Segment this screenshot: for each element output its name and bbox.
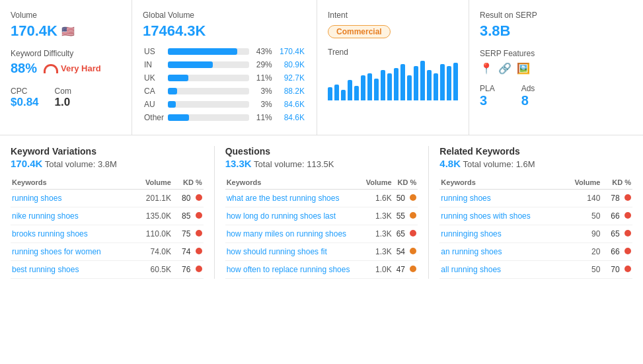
cpc-value: $0.84 [11,96,39,108]
table-row: all running shoes 50 70 [439,261,632,279]
kw-link[interactable]: best running shoes [12,265,79,274]
kw-link[interactable]: running shoes for women [12,247,101,256]
top-section: Volume 170.4K 🇺🇸 Keyword Difficulty 88% … [0,0,643,135]
rk-col-kd: KD % [601,176,632,190]
kw-cell[interactable]: running shoes for women [11,243,134,261]
country-bar [167,71,251,85]
country-bar [167,85,251,98]
vol-cell: 1.3K [362,207,393,225]
kw-link[interactable]: an running shoes [441,247,502,256]
vol-cell: 90 [564,225,602,243]
country-row: IN 29% 80.9K [143,58,306,71]
q-total-label: Total volume: [254,159,307,169]
kw-link[interactable]: nike running shoes [12,211,79,221]
kd-dot [624,248,631,254]
vol-cell: 201.1K [134,190,172,207]
kd-text: Very Hard [61,63,101,73]
kd-label: Keyword Difficulty [11,49,121,58]
kw-link[interactable]: running shoes with shoes [441,211,530,221]
kd-cell: 47 [393,261,418,279]
kw-link[interactable]: how should running shoes fit [227,247,327,256]
kw-cell[interactable]: nike running shoes [11,207,134,225]
country-label: UK [143,71,167,85]
kd-dot [196,266,202,272]
kw-cell[interactable]: how many miles on running shoes [225,225,362,243]
kw-cell[interactable]: running shoes [439,190,563,207]
country-bar [167,111,251,124]
country-vol: 88.2K [274,85,306,98]
kw-link[interactable]: all running shoes [441,265,501,274]
country-row: CA 3% 88.2K [143,85,306,98]
pla-label: PLA [480,84,495,93]
country-pct: 11% [250,71,273,85]
country-pct: 3% [250,98,273,111]
country-label: AU [143,98,167,111]
trend-bar [434,73,438,100]
ads-value: 8 [521,93,529,108]
kw-cell[interactable]: an running shoes [439,243,563,261]
rk-title: Related Keywords [439,146,632,157]
kw-link[interactable]: how often to replace running shoes [227,265,350,274]
kw-cell[interactable]: all running shoes [439,261,563,279]
table-row: brooks running shoes 110.0K 75 [11,225,204,243]
table-row: how long do running shoes last 1.3K 55 [225,207,418,225]
trend-chart [328,61,458,100]
image-icon: 🖼️ [517,62,530,75]
kv-col-kw: Keywords [11,176,134,190]
table-row: runninging shoes 90 65 [439,225,632,243]
rk-col-vol: Volume [564,176,602,190]
kw-cell[interactable]: how often to replace running shoes [225,261,362,279]
kw-cell[interactable]: runninging shoes [439,225,563,243]
kd-cell: 66 [601,207,632,225]
kw-link[interactable]: how long do running shoes last [227,211,336,221]
kd-cell: 50 [393,190,418,207]
country-label: CA [143,85,167,98]
kd-cell: 65 [393,225,418,243]
kd-cell: 74 [172,243,204,261]
trend-bar [354,86,359,100]
kw-cell[interactable]: what are the best running shoes [225,190,362,207]
ads-label: Ads [521,84,535,93]
kd-section: Keyword Difficulty 88% Very Hard [11,49,121,76]
keyword-variations-panel: Keyword Variations 170.4K Total volume: … [0,146,215,279]
kd-dot [624,212,631,219]
kd-cell: 66 [601,243,632,261]
kw-link[interactable]: running shoes [441,194,490,203]
kd-dot [410,212,416,219]
table-row: how many miles on running shoes 1.3K 65 [225,225,418,243]
kw-cell[interactable]: best running shoes [11,261,134,279]
trend-bar [348,80,352,100]
kw-link[interactable]: running shoes [12,194,61,203]
trend-bar [400,64,405,100]
kw-link[interactable]: how many miles on running shoes [227,229,346,238]
table-row: how should running shoes fit 1.3K 54 [225,243,418,261]
ads-item: Ads 8 [521,84,535,108]
kw-link[interactable]: runninging shoes [441,229,501,238]
kw-cell[interactable]: running shoes [11,190,134,207]
trend-bar [453,63,458,100]
country-pct: 3% [250,85,273,98]
kv-total-label: Total volume: [45,159,98,169]
trend-bar [381,70,385,100]
kw-cell[interactable]: brooks running shoes [11,225,134,243]
kw-link[interactable]: what are the best running shoes [227,194,340,203]
q-count: 13.3K [225,158,252,169]
serp-value: 3.8B [480,22,632,40]
kd-dot [624,230,631,237]
cpc-com-row: CPC $0.84 Com 1.0 [11,87,121,109]
pla-item: PLA 3 [480,84,495,108]
table-row: running shoes for women 74.0K 74 [11,243,204,261]
rk-count: 4.8K [439,158,461,169]
kw-cell[interactable]: how long do running shoes last [225,207,362,225]
kd-cell: 75 [172,225,204,243]
rk-total-label: Total volume: [463,159,515,169]
kw-link[interactable]: brooks running shoes [12,229,88,238]
kd-dot [410,248,416,254]
vol-cell: 140 [564,190,602,207]
arc-icon [44,64,58,73]
trend-bar [387,73,392,100]
kw-cell[interactable]: running shoes with shoes [439,207,563,225]
q-title: Questions [225,146,418,157]
kw-cell[interactable]: how should running shoes fit [225,243,362,261]
intent-card: Intent Commercial Trend [317,0,469,135]
